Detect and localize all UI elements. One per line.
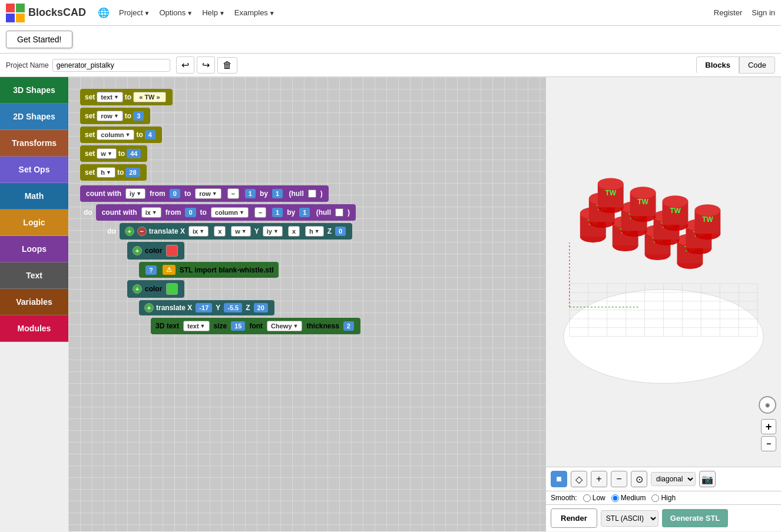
sidebar-item-text[interactable]: Text bbox=[0, 262, 68, 289]
size-val[interactable]: 15 bbox=[231, 321, 245, 331]
get-started-button[interactable]: Get Started! bbox=[6, 31, 72, 48]
nav-options[interactable]: Options▼ bbox=[159, 8, 193, 17]
color-green-block[interactable]: + color bbox=[127, 280, 184, 298]
color2-plus[interactable]: + bbox=[133, 284, 142, 294]
from-val2[interactable]: 0 bbox=[185, 208, 196, 217]
redo-button[interactable]: ↪ bbox=[197, 56, 215, 74]
set-w-block[interactable]: set w ▼ to 44 bbox=[80, 145, 147, 162]
w-var-field[interactable]: w ▼ bbox=[97, 148, 116, 159]
h-value[interactable]: 28 bbox=[125, 168, 140, 177]
tab-code[interactable]: Code bbox=[739, 56, 775, 74]
h-var-field[interactable]: h ▼ bbox=[97, 167, 115, 178]
x-val2[interactable]: -17 bbox=[196, 303, 212, 312]
set-text-block[interactable]: set text ▼ to « TW » bbox=[80, 89, 173, 105]
sidebar-item-loops[interactable]: Loops bbox=[0, 236, 68, 262]
x-op[interactable]: x bbox=[214, 226, 226, 237]
translate-minus[interactable]: − bbox=[137, 227, 147, 236]
text-var-field[interactable]: text ▼ bbox=[97, 92, 123, 102]
color-red-block[interactable]: + color bbox=[127, 242, 184, 260]
smooth-high-radio[interactable] bbox=[651, 494, 659, 502]
globe-icon[interactable]: 🌐 bbox=[98, 7, 110, 18]
inner-loop-block[interactable]: count with ix ▼ from 0 to column ▼ – 1 b… bbox=[96, 204, 356, 221]
y-val2[interactable]: -5.5 bbox=[224, 303, 242, 312]
stl-format-select[interactable]: STL (ASCII) STL (Binary) bbox=[601, 510, 658, 527]
h-ref[interactable]: h ▼ bbox=[305, 226, 324, 237]
nav-project[interactable]: Project▼ bbox=[119, 8, 150, 17]
w-value[interactable]: 44 bbox=[127, 149, 141, 158]
minus-op-field[interactable]: – bbox=[227, 188, 239, 199]
column-ref-field[interactable]: column ▼ bbox=[211, 207, 249, 218]
zoom-out-button[interactable]: − bbox=[761, 436, 776, 451]
wireframe-btn[interactable]: ◇ bbox=[571, 471, 587, 487]
sidebar-item-transforms[interactable]: Transforms bbox=[0, 130, 68, 157]
nav-help[interactable]: Help▼ bbox=[202, 8, 225, 17]
iy-ref[interactable]: iy ▼ bbox=[263, 226, 283, 237]
3d-canvas[interactable]: TW TW TW TW bbox=[546, 77, 781, 467]
nav-examples[interactable]: Examples▼ bbox=[234, 8, 275, 17]
smooth-low-label[interactable]: Low bbox=[583, 494, 605, 502]
sidebar-item-variables[interactable]: Variables bbox=[0, 289, 68, 315]
column-var-field[interactable]: column ▼ bbox=[97, 129, 134, 140]
sidebar-item-math[interactable]: Math bbox=[0, 183, 68, 210]
sidebar-item-logic[interactable]: Logic bbox=[0, 210, 68, 236]
question-icon[interactable]: ? bbox=[145, 265, 157, 275]
view-angle-select[interactable]: diagonal front back left right top botto… bbox=[651, 472, 696, 486]
sidebar-item-modules[interactable]: Modules bbox=[0, 315, 68, 342]
outer-loop-block[interactable]: count with iy ▼ from 0 to row ▼ – 1 by 1… bbox=[80, 185, 329, 202]
register-link[interactable]: Register bbox=[714, 8, 742, 17]
red-swatch[interactable] bbox=[166, 245, 178, 257]
translate-plus[interactable]: + bbox=[125, 227, 134, 236]
smooth-low-radio[interactable] bbox=[583, 494, 591, 502]
delete-button[interactable]: 🗑 bbox=[217, 57, 237, 74]
minus-val[interactable]: 1 bbox=[245, 189, 256, 198]
thickness-val[interactable]: 2 bbox=[343, 321, 354, 331]
y-op[interactable]: x bbox=[288, 226, 300, 237]
smooth-medium-radio[interactable] bbox=[611, 494, 619, 502]
smooth-medium-label[interactable]: Medium bbox=[611, 494, 646, 502]
surface-view-btn[interactable]: ■ bbox=[551, 471, 567, 487]
green-swatch[interactable] bbox=[166, 283, 178, 295]
translate2-plus[interactable]: + bbox=[144, 303, 154, 312]
color1-plus[interactable]: + bbox=[133, 246, 142, 255]
zoom-out-ctrl[interactable]: − bbox=[611, 471, 627, 487]
hull-checkbox1[interactable] bbox=[308, 189, 316, 198]
workspace[interactable]: set text ▼ to « TW » set row ▼ to 3 se bbox=[68, 77, 545, 531]
iy-field[interactable]: iy ▼ bbox=[125, 188, 145, 199]
font-field[interactable]: Chewy ▼ bbox=[267, 321, 302, 331]
column-value[interactable]: 4 bbox=[145, 130, 155, 139]
set-h-block[interactable]: set h ▼ to 28 bbox=[80, 164, 147, 181]
minus-val2[interactable]: 1 bbox=[272, 208, 283, 217]
tab-blocks[interactable]: Blocks bbox=[696, 56, 739, 74]
undo-button[interactable]: ↩ bbox=[176, 56, 194, 74]
z-val2[interactable]: 20 bbox=[254, 303, 268, 312]
project-name-input[interactable] bbox=[52, 59, 170, 72]
w-ref[interactable]: w ▼ bbox=[231, 226, 250, 237]
text-value-field[interactable]: « TW » bbox=[133, 92, 166, 102]
minus-op2[interactable]: – bbox=[254, 207, 266, 218]
set-row-block[interactable]: set row ▼ to 3 bbox=[80, 108, 150, 124]
text3d-block[interactable]: 3D text text ▼ size 15 font Chewy ▼ thic… bbox=[151, 318, 360, 334]
by-val[interactable]: 1 bbox=[272, 189, 283, 198]
zoom-in-ctrl[interactable]: + bbox=[591, 471, 607, 487]
translate2-block[interactable]: + translate X -17 Y -5.5 Z 20 bbox=[139, 300, 274, 315]
sidebar-item-3d-shapes[interactable]: 3D Shapes bbox=[0, 77, 68, 104]
row-var-field[interactable]: row ▼ bbox=[97, 111, 123, 121]
sidebar-item-2d-shapes[interactable]: 2D Shapes bbox=[0, 104, 68, 130]
z-val[interactable]: 0 bbox=[335, 227, 346, 236]
compass-control[interactable]: ⊕ bbox=[759, 396, 776, 414]
signin-link[interactable]: Sign in bbox=[752, 8, 775, 17]
set-column-block[interactable]: set column ▼ to 4 bbox=[80, 127, 162, 143]
generate-stl-button[interactable]: Generate STL bbox=[662, 509, 729, 527]
row-value[interactable]: 3 bbox=[133, 111, 144, 121]
ix-field[interactable]: ix ▼ bbox=[141, 207, 161, 218]
smooth-high-label[interactable]: High bbox=[651, 494, 676, 502]
sidebar-item-set-ops[interactable]: Set Ops bbox=[0, 157, 68, 183]
by-val2[interactable]: 1 bbox=[299, 208, 310, 217]
center-ctrl[interactable]: ⊙ bbox=[631, 471, 647, 487]
screenshot-btn[interactable]: 📷 bbox=[699, 471, 716, 487]
row-ref-field[interactable]: row ▼ bbox=[195, 188, 221, 199]
zoom-in-button[interactable]: + bbox=[761, 419, 776, 434]
hull-checkbox2[interactable] bbox=[335, 208, 343, 217]
stl-import-block[interactable]: ? ⚠ STL import blank-whistle.stl bbox=[139, 262, 279, 278]
ix-ref[interactable]: ix ▼ bbox=[188, 226, 209, 237]
